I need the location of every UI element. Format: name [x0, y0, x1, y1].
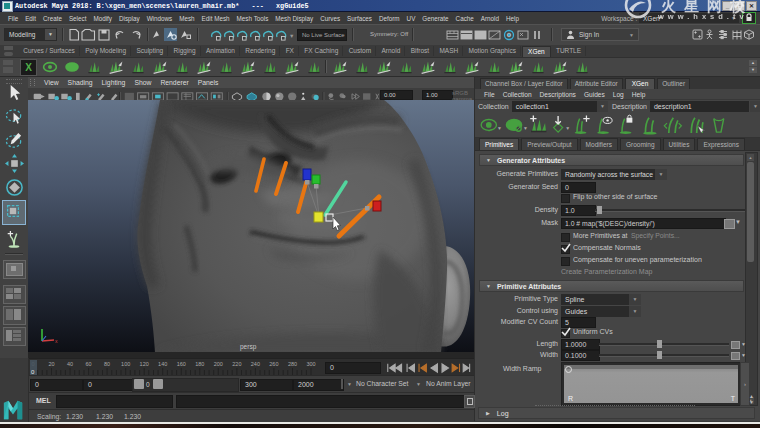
svg-text:300: 300 [306, 361, 315, 367]
svg-text:▼: ▼ [565, 126, 570, 131]
svg-text:180: 180 [195, 361, 204, 367]
svg-text:200: 200 [214, 361, 223, 367]
svg-text:▼: ▼ [497, 126, 502, 131]
svg-text:100: 100 [121, 361, 130, 367]
svg-text:120: 120 [140, 361, 149, 367]
svg-text:20: 20 [48, 361, 54, 367]
svg-text:240: 240 [251, 361, 260, 367]
svg-text:40: 40 [67, 361, 73, 367]
svg-text:220: 220 [232, 361, 241, 367]
svg-text:80: 80 [104, 361, 110, 367]
svg-text:140: 140 [158, 361, 167, 367]
svg-text:▼: ▼ [523, 126, 528, 131]
svg-text:persp: persp [240, 343, 257, 351]
svg-text:160: 160 [177, 361, 186, 367]
svg-text:280: 280 [288, 361, 297, 367]
svg-text:260: 260 [269, 361, 278, 367]
svg-text:60: 60 [86, 361, 92, 367]
svg-text:▼: ▼ [289, 33, 294, 39]
